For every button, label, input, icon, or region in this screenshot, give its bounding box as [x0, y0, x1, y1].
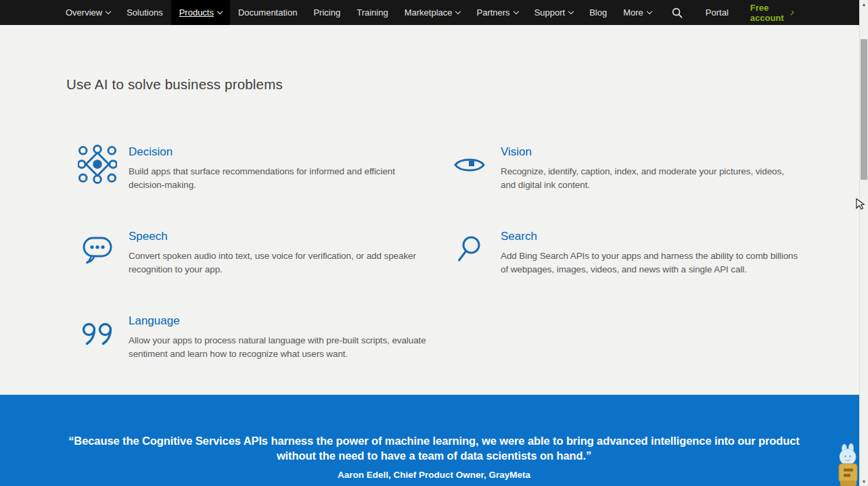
nav-item-blog[interactable]: Blog [581, 0, 615, 25]
chevron-down-icon [568, 9, 574, 14]
nav-item-documentation[interactable]: Documentation [230, 0, 305, 25]
feature-link-language[interactable]: Language [129, 314, 180, 329]
feature-link-speech[interactable]: Speech [129, 229, 168, 244]
nav-item-solutions[interactable]: Solutions [118, 0, 170, 25]
feature-desc-language: Allow your apps to process natural langu… [129, 334, 428, 361]
nav-item-overview[interactable]: Overview [58, 0, 118, 25]
feature-link-search[interactable]: Search [501, 229, 537, 244]
nav-item-training[interactable]: Training [348, 0, 396, 25]
chevron-down-icon [455, 9, 461, 14]
chevron-down-icon [647, 9, 652, 14]
page-title: Use AI to solve business problems [66, 76, 283, 93]
search-feature-icon [457, 235, 482, 262]
nav-item-more[interactable]: More [615, 0, 660, 25]
feature-decision: Decision Build apps that surface recomme… [66, 145, 438, 229]
top-navbar: Overview Solutions Products Documentatio… [0, 0, 860, 25]
feature-grid: Decision Build apps that surface recomme… [66, 145, 798, 398]
chevron-down-icon [106, 9, 111, 14]
feature-search: Search Add Bing Search APIs to your apps… [438, 229, 798, 314]
quote-band: “Because the Cognitive Services APIs har… [0, 395, 868, 486]
nav-item-partners[interactable]: Partners [468, 0, 526, 25]
decision-icon [78, 145, 117, 184]
search-icon[interactable] [660, 0, 695, 25]
feature-desc-speech: Convert spoken audio into text, use voic… [129, 249, 428, 276]
feature-link-decision[interactable]: Decision [129, 145, 173, 160]
mascot-overlay [835, 443, 863, 486]
feature-language: Language Allow your apps to process natu… [66, 314, 438, 398]
vision-icon [454, 155, 485, 175]
customer-quote: “Because the Cognitive Services APIs har… [37, 434, 831, 463]
chevron-down-icon [513, 9, 518, 14]
chevron-down-icon [217, 9, 223, 14]
chevron-right-icon [790, 10, 794, 15]
scrollbar-track[interactable]: ▲ ▼ [859, 0, 868, 486]
free-account-link[interactable]: Free account [739, 0, 804, 25]
portal-link[interactable]: Portal [695, 0, 739, 25]
feature-desc-search: Add Bing Search APIs to your apps and ha… [501, 249, 798, 276]
nav-right-group: Portal Free account [660, 0, 804, 25]
nav-item-pricing[interactable]: Pricing [305, 0, 348, 25]
feature-desc-vision: Recognize, identify, caption, index, and… [501, 165, 798, 192]
nav-item-support[interactable]: Support [526, 0, 582, 25]
feature-desc-decision: Build apps that surface recommendations … [129, 165, 428, 192]
quote-attribution: Aaron Edell, Chief Product Owner, GrayMe… [0, 470, 868, 480]
feature-speech: Speech Convert spoken audio into text, u… [66, 229, 438, 314]
language-icon [82, 322, 113, 346]
nav-menu: Overview Solutions Products Documentatio… [58, 0, 660, 25]
speech-icon [83, 237, 112, 264]
nav-item-products[interactable]: Products [171, 0, 230, 25]
scroll-up-arrow[interactable]: ▲ [860, 2, 868, 7]
feature-vision: Vision Recognize, identify, caption, ind… [438, 145, 798, 229]
feature-link-vision[interactable]: Vision [501, 145, 532, 160]
scrollbar-thumb[interactable] [861, 39, 867, 180]
nav-item-marketplace[interactable]: Marketplace [396, 0, 469, 25]
